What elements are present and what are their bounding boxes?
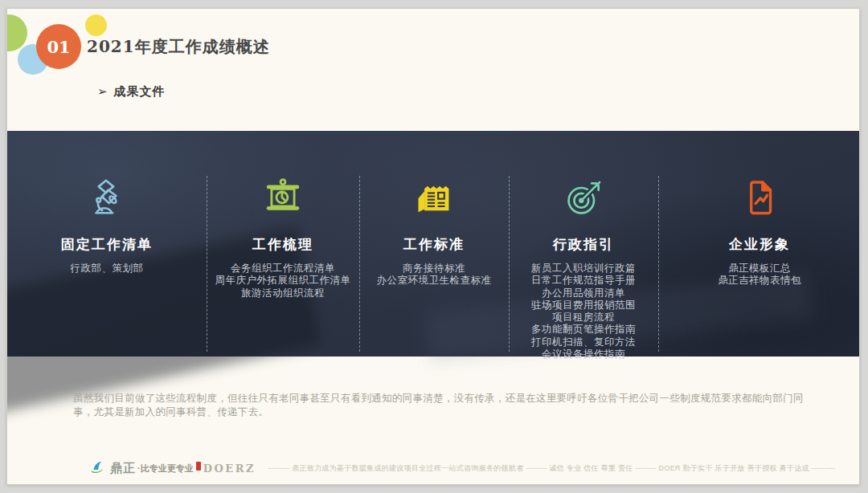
slide: 01 2021年度工作成绩概述 ➢成果文件	[6, 8, 860, 485]
column-item: 办公用品领用清单	[531, 287, 636, 299]
column-item: 行政部、策划部	[71, 263, 144, 275]
summary-note: 虽然我们目前做了这些流程制度，但往往只有老同事甚至只有看到通知的同事清楚，没有传…	[73, 392, 809, 418]
document-chart-icon	[739, 177, 780, 219]
column-title: 固定工作清单	[61, 235, 153, 253]
column-item: 打印机扫描、复印方法	[531, 336, 636, 348]
dart-target-icon	[563, 177, 604, 219]
column-item: 新员工入职培训行政篇	[531, 263, 636, 275]
page-title: 2021年度工作成绩概述	[87, 36, 270, 58]
column-item: 驻场项目费用报销范围	[531, 299, 636, 312]
column-item: 周年庆户外拓展组织工作清单	[215, 275, 351, 287]
column-title: 工作梳理	[252, 235, 313, 253]
arrow-bullet-icon: ➢	[97, 84, 108, 98]
section-number: 01	[47, 37, 70, 57]
column-item: 鼎正吉祥物表情包	[718, 275, 801, 287]
column-items: 鼎正模板汇总 鼎正吉祥物表情包	[718, 263, 801, 287]
column-item: 鼎正模板汇总	[718, 263, 801, 275]
brand-sail-icon	[89, 460, 105, 476]
brand-seal-icon	[196, 462, 201, 471]
column-item: 会议设备操作指南	[531, 348, 636, 361]
newspaper-icon	[413, 177, 455, 219]
footer-slogan: -------- 鼎正致力成为基于数据集成的建设项目全过程一站式咨询服务的领航者…	[268, 463, 835, 474]
projector-screen-icon	[262, 177, 304, 219]
section-number-badge: 01	[36, 24, 81, 69]
column-work-sorting: 工作梳理 会务组织工作流程清单 周年庆户外拓展组织工作清单 旅游活动组织流程	[207, 131, 359, 361]
brand-name-en: DOERZ	[203, 462, 256, 475]
banner-columns: 固定工作清单 行政部、策划部 工作梳理	[7, 131, 860, 357]
column-item: 商务接待标准	[377, 263, 492, 275]
desk-lamp-icon	[86, 177, 128, 219]
column-item: 旅游活动组织流程	[215, 287, 351, 299]
column-title: 行政指引	[553, 235, 614, 253]
section-bullet: ➢成果文件	[97, 84, 166, 100]
column-title: 企业形象	[729, 235, 790, 253]
brand-name-cn: 鼎正	[110, 461, 136, 476]
column-items: 新员工入职培训行政篇 日常工作规范指导手册 办公用品领用清单 驻场项目费用报销范…	[531, 263, 636, 361]
column-items: 会务组织工作流程清单 周年庆户外拓展组织工作清单 旅游活动组织流程	[215, 263, 351, 299]
brand-tagline: ·比专业更专业	[137, 462, 194, 475]
column-work-standards: 工作标准 商务接待标准 办公室环境卫生检查标准	[359, 131, 509, 361]
column-items: 行政部、策划部	[71, 263, 144, 275]
column-item: 办公室环境卫生检查标准	[377, 275, 492, 287]
column-item: 日常工作规范指导手册	[531, 275, 636, 287]
column-title: 工作标准	[403, 235, 465, 253]
decorative-circle-yellow	[85, 14, 107, 36]
column-item: 项目租房流程	[531, 312, 636, 324]
column-item: 会务组织工作流程清单	[215, 263, 351, 275]
column-item: 多功能翻页笔操作指南	[531, 324, 636, 336]
column-corporate-image: 企业形象 鼎正模板汇总 鼎正吉祥物表情包	[658, 131, 860, 361]
achievements-banner: 固定工作清单 行政部、策划部 工作梳理	[7, 131, 860, 357]
footer: 鼎正 ·比专业更专业 DOERZ -------- 鼎正致力成为基于数据集成的建…	[7, 459, 859, 477]
column-fixed-task-list: 固定工作清单 行政部、策划部	[7, 131, 207, 361]
bullet-label: 成果文件	[114, 84, 166, 98]
column-items: 商务接待标准 办公室环境卫生检查标准	[377, 263, 492, 287]
column-admin-guides: 行政指引 新员工入职培训行政篇 日常工作规范指导手册 办公用品领用清单 驻场项目…	[509, 131, 658, 361]
